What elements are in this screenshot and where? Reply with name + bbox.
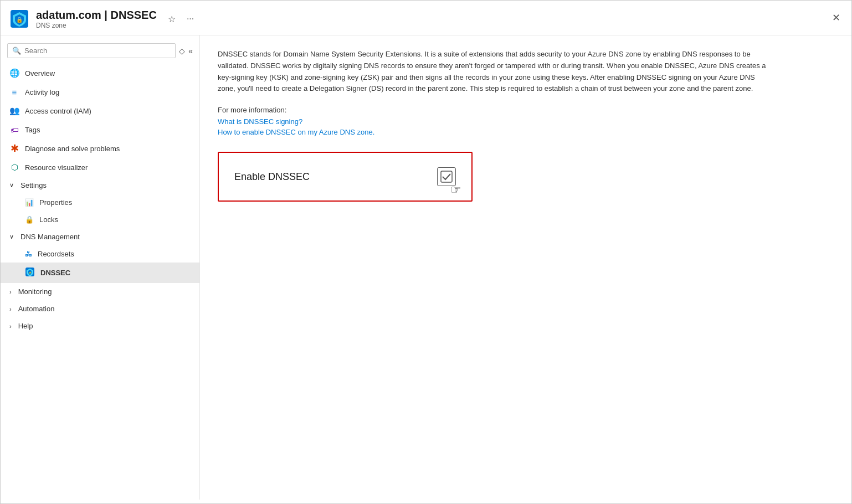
diagnose-icon: ✱: [9, 143, 19, 153]
sidebar-sub-label: Recordsets: [38, 250, 74, 258]
sidebar-item-dnssec[interactable]: ★ DNSSEC: [1, 263, 199, 283]
link-what-is-dnssec[interactable]: What is DNSSEC signing?: [218, 117, 834, 126]
help-chevron: ›: [9, 323, 12, 330]
sidebar-item-label: Access control (IAM): [25, 107, 91, 115]
recordsets-icon: 🖧: [25, 250, 32, 258]
sidebar-item-label: Resource visualizer: [25, 163, 88, 172]
close-button[interactable]: ✕: [832, 12, 840, 24]
sidebar: 🔍 ◇ « 🌐 Overview ≡ Activity log 👥 Access…: [1, 35, 200, 500]
sidebar-item-diagnose[interactable]: ✱ Diagnose and solve problems: [1, 139, 199, 158]
resource-viz-icon: ⬡: [9, 162, 19, 172]
enable-dnssec-toggle[interactable]: ☞: [437, 167, 456, 186]
tags-icon: 🏷: [9, 125, 19, 135]
monitoring-chevron: ›: [9, 289, 12, 295]
more-info-label: For more information:: [218, 106, 834, 114]
more-options-button[interactable]: ···: [183, 13, 197, 25]
automation-label: Automation: [18, 305, 55, 313]
sidebar-sub-label: Properties: [39, 198, 72, 207]
access-control-icon: 👥: [9, 106, 19, 116]
main-layout: 🔍 ◇ « 🌐 Overview ≡ Activity log 👥 Access…: [1, 35, 851, 500]
svg-text:🔒: 🔒: [16, 16, 23, 23]
dnssec-icon: ★: [25, 267, 35, 279]
link-how-to-enable[interactable]: How to enable DNSSEC on my Azure DNS zon…: [218, 128, 834, 136]
page-subtitle: DNS zone: [36, 22, 157, 29]
automation-section-header[interactable]: › Automation: [1, 300, 199, 317]
header: 🔒 adatum.com | DNSSEC DNS zone ☆ ··· ✕: [1, 1, 851, 35]
sidebar-item-tags[interactable]: 🏷 Tags: [1, 120, 199, 139]
dns-management-label: DNS Management: [20, 233, 80, 241]
properties-icon: 📊: [25, 198, 34, 207]
automation-chevron: ›: [9, 306, 12, 312]
collapse-sidebar-button[interactable]: «: [188, 47, 193, 55]
page-title: adatum.com | DNSSEC: [36, 8, 157, 22]
sidebar-item-access-control[interactable]: 👥 Access control (IAM): [1, 101, 199, 120]
sidebar-sub-label: Locks: [39, 215, 58, 224]
main-content: DNSSEC stands for Domain Name System Sec…: [200, 35, 851, 500]
dns-management-section-header[interactable]: ∨ DNS Management: [1, 228, 199, 245]
sidebar-item-recordsets[interactable]: 🖧 Recordsets: [1, 245, 199, 263]
activity-log-icon: ≡: [9, 87, 19, 97]
sidebar-item-properties[interactable]: 📊 Properties: [1, 194, 199, 211]
settings-section-header[interactable]: ∨ Settings: [1, 177, 199, 194]
sidebar-sub-label: DNSSEC: [40, 269, 70, 277]
sidebar-item-label: Activity log: [25, 88, 59, 96]
search-box[interactable]: 🔍: [7, 43, 176, 58]
overview-icon: 🌐: [9, 68, 19, 78]
settings-chevron: ∨: [9, 182, 14, 189]
sidebar-item-overview[interactable]: 🌐 Overview: [1, 64, 199, 83]
sidebar-item-label: Diagnose and solve problems: [25, 145, 120, 153]
toggle-checkbox-icon: [437, 167, 456, 186]
favorite-button[interactable]: ☆: [165, 13, 179, 25]
sidebar-item-activity-log[interactable]: ≡ Activity log: [1, 83, 199, 101]
locks-icon: 🔒: [25, 215, 34, 224]
dns-management-chevron: ∨: [9, 233, 14, 240]
search-input[interactable]: [24, 47, 171, 55]
help-label: Help: [18, 322, 33, 330]
enable-dnssec-label: Enable DNSSEC: [219, 158, 325, 196]
help-section-header[interactable]: › Help: [1, 317, 199, 335]
header-title-block: adatum.com | DNSSEC DNS zone: [36, 8, 157, 29]
settings-label: Settings: [20, 181, 47, 189]
sidebar-item-label: Overview: [25, 69, 55, 78]
sidebar-item-label: Tags: [25, 126, 40, 134]
app-icon: 🔒: [9, 9, 29, 29]
sidebar-item-resource-viz[interactable]: ⬡ Resource visualizer: [1, 158, 199, 177]
sidebar-item-locks[interactable]: 🔒 Locks: [1, 211, 199, 228]
header-actions: ☆ ···: [165, 13, 197, 25]
monitoring-section-header[interactable]: › Monitoring: [1, 283, 199, 300]
monitoring-label: Monitoring: [18, 287, 52, 296]
filter-button[interactable]: ◇: [179, 47, 185, 55]
enable-dnssec-card: Enable DNSSEC ☞: [218, 152, 473, 202]
search-icon: 🔍: [12, 47, 21, 55]
dnssec-description: DNSSEC stands for Domain Name System Sec…: [218, 49, 772, 95]
